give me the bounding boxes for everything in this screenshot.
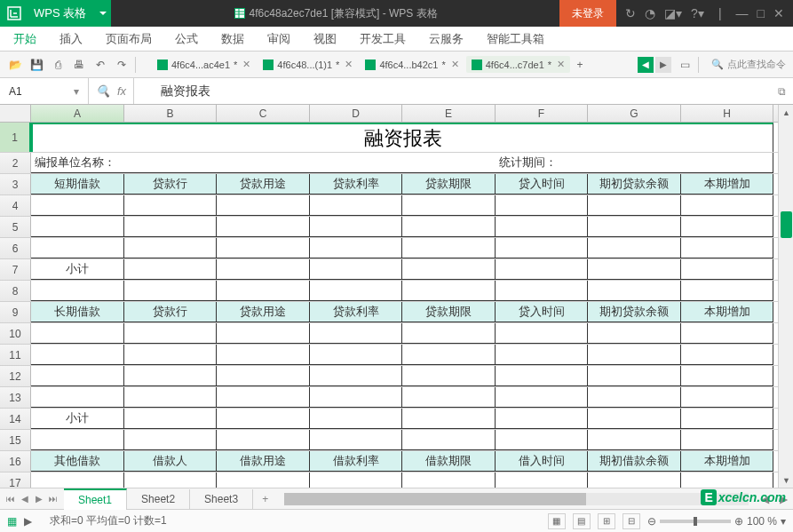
cell[interactable]: 贷款期限 [402, 302, 496, 322]
sheet-grid[interactable]: 1融资报表 2 编报单位名称： 统计期间： 3 短期借款贷款行贷款用途贷款利率贷… [0, 123, 793, 488]
cell-title[interactable]: 融资报表 [31, 123, 773, 152]
cell[interactable] [310, 366, 402, 386]
sheet-prev-icon[interactable]: ◀ [18, 494, 32, 504]
help-icon[interactable]: ?▾ [691, 6, 704, 20]
undo-icon[interactable]: ↶ [92, 57, 108, 73]
row-header-14[interactable]: 14 [0, 409, 31, 429]
cell[interactable]: 贷款行 [124, 302, 217, 322]
cell[interactable] [31, 238, 124, 258]
sheet-next-icon[interactable]: ▶ [32, 494, 46, 504]
cell[interactable] [217, 217, 310, 237]
cell[interactable] [310, 281, 402, 301]
redo-icon[interactable]: ↷ [114, 57, 130, 73]
scroll-thumb[interactable] [781, 211, 792, 238]
cell[interactable] [402, 430, 496, 450]
cell[interactable] [496, 281, 588, 301]
cell[interactable] [681, 259, 773, 280]
row-header-15[interactable]: 15 [0, 430, 31, 450]
cell[interactable] [681, 281, 773, 301]
view-break-icon[interactable]: ⊞ [598, 513, 615, 529]
cell[interactable]: 贷入时间 [496, 302, 588, 322]
cell[interactable]: 借款人 [124, 451, 217, 472]
cell[interactable] [496, 409, 588, 429]
command-search[interactable]: 🔍 点此查找命令 [711, 58, 786, 71]
cell[interactable] [217, 153, 496, 173]
zoom-slider[interactable] [660, 520, 731, 523]
col-header-G[interactable]: G [588, 105, 681, 122]
horizontal-scrollbar[interactable] [284, 493, 749, 505]
fx-button[interactable]: fx [117, 84, 126, 98]
cell[interactable] [124, 281, 217, 301]
cell[interactable] [496, 238, 588, 258]
scroll-thumb[interactable] [284, 493, 586, 505]
cell[interactable] [681, 238, 773, 258]
cell[interactable] [588, 366, 681, 386]
col-header-F[interactable]: F [496, 105, 588, 122]
cell[interactable]: 期初贷款余额 [588, 302, 681, 322]
cell[interactable]: 期初贷款余额 [588, 174, 681, 195]
zoom-value[interactable]: 100 % [747, 515, 777, 528]
doc-tab-2[interactable]: 4f6c48...(1)1 *✕ [258, 56, 358, 73]
cell[interactable] [310, 217, 402, 237]
cell[interactable] [217, 430, 310, 450]
cell[interactable] [496, 387, 588, 408]
cell[interactable]: 贷款利率 [310, 174, 402, 195]
col-header-B[interactable]: B [124, 105, 217, 122]
cell[interactable] [402, 195, 496, 216]
cell[interactable]: 贷款行 [124, 174, 217, 195]
open-icon[interactable]: 📂 [7, 57, 23, 73]
skin-icon[interactable]: ◪▾ [664, 6, 682, 20]
vertical-scrollbar[interactable]: ▲ ▼ [778, 105, 793, 488]
cell[interactable] [588, 153, 773, 173]
row-header-7[interactable]: 7 [0, 259, 31, 280]
cell[interactable]: 借款期限 [402, 451, 496, 472]
cell[interactable] [402, 323, 496, 344]
tab-next-button[interactable]: ▶ [655, 57, 671, 73]
cell[interactable] [681, 217, 773, 237]
cell[interactable]: 贷入时间 [496, 174, 588, 195]
cell[interactable]: 短期借款 [31, 174, 124, 195]
zoom-out-icon[interactable]: ⊖ [647, 515, 656, 528]
cell[interactable] [124, 387, 217, 408]
cell[interactable] [496, 259, 588, 280]
cell[interactable] [681, 472, 773, 488]
row-header-17[interactable]: 17 [0, 472, 31, 488]
cell[interactable] [217, 387, 310, 408]
cell[interactable] [588, 259, 681, 280]
login-button[interactable]: 未登录 [559, 0, 616, 27]
cell[interactable] [217, 345, 310, 365]
cell[interactable]: 本期增加 [681, 174, 773, 195]
col-header-D[interactable]: D [310, 105, 402, 122]
cell[interactable] [588, 387, 681, 408]
print-preview-icon[interactable]: ⎙ [50, 57, 66, 73]
sync-icon[interactable]: ↻ [625, 6, 636, 20]
cell[interactable] [402, 217, 496, 237]
cell[interactable]: 长期借款 [31, 302, 124, 322]
cell[interactable] [402, 345, 496, 365]
cell[interactable] [681, 409, 773, 429]
cell[interactable]: 贷款利率 [310, 302, 402, 322]
name-box[interactable]: A1▾ [0, 78, 89, 104]
cell[interactable] [588, 238, 681, 258]
cell[interactable] [124, 238, 217, 258]
cell[interactable]: 编报单位名称： [31, 153, 217, 173]
maximize-button[interactable]: □ [757, 6, 765, 20]
row-header-4[interactable]: 4 [0, 195, 31, 216]
cell[interactable] [402, 387, 496, 408]
cell[interactable] [681, 323, 773, 344]
cell[interactable]: 小计 [31, 409, 124, 429]
cell[interactable] [124, 409, 217, 429]
formula-input[interactable]: 融资报表 [134, 83, 771, 99]
cell[interactable] [588, 217, 681, 237]
row-header-3[interactable]: 3 [0, 174, 31, 195]
cell[interactable]: 小计 [31, 259, 124, 280]
cell[interactable] [31, 281, 124, 301]
chevron-down-icon[interactable]: ▾ [74, 85, 79, 98]
row-header-5[interactable]: 5 [0, 217, 31, 237]
cell[interactable] [124, 217, 217, 237]
sheet-first-icon[interactable]: ⏮ [4, 494, 18, 504]
cell[interactable]: 本期增加 [681, 302, 773, 322]
minimize-button[interactable]: — [736, 6, 749, 20]
menu-formula[interactable]: 公式 [175, 31, 198, 47]
cell[interactable] [310, 387, 402, 408]
